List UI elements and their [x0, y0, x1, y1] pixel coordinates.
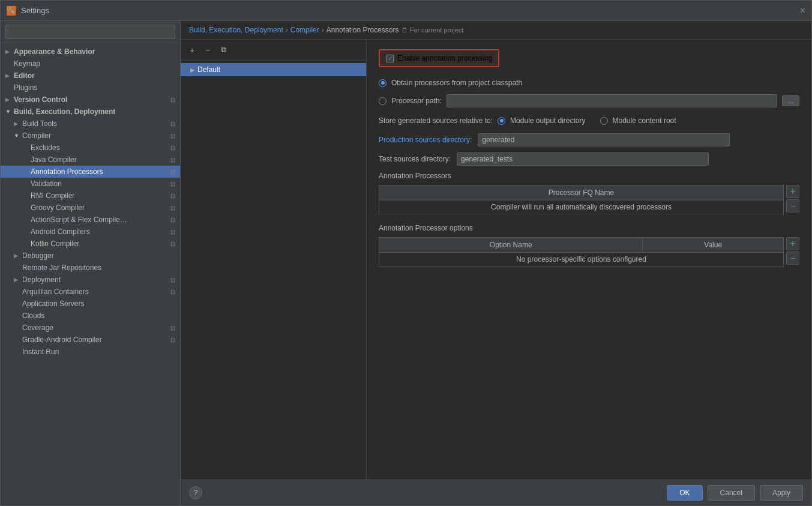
annotation-options-table: Option Name Value No processor-specific …: [379, 237, 784, 267]
sidebar-item-clouds[interactable]: Clouds: [1, 310, 180, 322]
sidebar-item-label: Application Servers: [22, 300, 175, 308]
ext-link-icon: ⊡: [170, 121, 175, 127]
sidebar-item-actionscript[interactable]: ActionScript & Flex Compile… ⊡: [1, 214, 180, 226]
sidebar-item-label: Build, Execution, Deployment: [14, 107, 175, 116]
sidebar-item-excludes[interactable]: Excludes ⊡: [1, 142, 180, 154]
ext-link-icon: ⊡: [170, 205, 175, 211]
obtain-processors-row[interactable]: Obtain processors from project classpath: [379, 77, 799, 89]
sidebar-item-label: Keymap: [14, 59, 175, 68]
remove-button[interactable]: −: [201, 43, 214, 56]
module-content-radio[interactable]: [600, 117, 608, 125]
sidebar-item-compiler[interactable]: ▼Compiler ⊡: [1, 130, 180, 142]
sidebar-item-rmi-compiler[interactable]: RMI Compiler ⊡: [1, 190, 180, 202]
app-icon: 🔧: [7, 6, 16, 16]
bottom-bar: ? OK Cancel Apply: [181, 480, 811, 505]
sidebar-item-debugger[interactable]: ▶Debugger: [1, 250, 180, 262]
sidebar-item-appearance[interactable]: ▶Appearance & Behavior: [1, 46, 180, 58]
obtain-processors-radio[interactable]: [379, 79, 386, 87]
options-add-button[interactable]: +: [786, 237, 799, 250]
annotation-processors-title: Annotation Processors: [379, 172, 799, 180]
sidebar-item-label: Instant Run: [22, 348, 175, 356]
production-sources-input[interactable]: [478, 133, 730, 146]
sidebar-item-label: Deployment: [22, 276, 169, 284]
sidebar-item-label: Groovy Compiler: [31, 203, 169, 212]
search-input[interactable]: [5, 25, 175, 39]
ext-link-icon: ⊡: [170, 289, 175, 295]
sidebar-item-build-execution[interactable]: ▼Build, Execution, Deployment: [1, 106, 180, 118]
enable-annotation-row: ✓ Enable annotation processing: [379, 49, 499, 67]
sidebar-item-arquillian[interactable]: Arquillian Containers ⊡: [1, 286, 180, 298]
breadcrumb-part1[interactable]: Build, Execution, Deployment: [189, 26, 283, 34]
production-sources-label: Production sources directory:: [379, 136, 472, 144]
sidebar-item-deployment[interactable]: ▶Deployment ⊡: [1, 274, 180, 286]
ok-button[interactable]: OK: [667, 485, 702, 501]
ext-link-icon: ⊡: [170, 217, 175, 223]
sidebar-item-gradle-android[interactable]: Gradle-Android Compiler ⊡: [1, 334, 180, 346]
sidebar-item-instant-run[interactable]: Instant Run: [1, 346, 180, 358]
left-tree-panel: + − ⧉ ▶Default: [181, 40, 367, 480]
arrow-icon: ▶: [14, 277, 22, 283]
enable-checkbox-wrap[interactable]: ✓ Enable annotation processing: [386, 54, 492, 62]
search-box: [1, 21, 180, 43]
sidebar-item-label: Clouds: [22, 312, 175, 320]
breadcrumb: Build, Execution, Deployment › Compiler …: [181, 21, 811, 40]
arrow-icon: ▶: [5, 97, 14, 103]
add-button[interactable]: +: [185, 43, 199, 56]
close-button[interactable]: ×: [800, 6, 805, 16]
ext-link-icon: ⊡: [170, 157, 175, 163]
annotation-add-button[interactable]: +: [786, 185, 799, 198]
processor-path-row-outer: Processor path: …: [379, 92, 799, 109]
sidebar-item-remote-jar[interactable]: Remote Jar Repositories: [1, 262, 180, 274]
help-button[interactable]: ?: [189, 486, 202, 499]
sidebar-item-editor[interactable]: ▶Editor: [1, 70, 180, 82]
processor-path-input[interactable]: [447, 94, 777, 107]
sidebar-item-version-control[interactable]: ▶Version Control ⊡: [1, 94, 180, 106]
sidebar-item-groovy-compiler[interactable]: Groovy Compiler ⊡: [1, 202, 180, 214]
options-remove-button[interactable]: −: [786, 251, 799, 265]
store-label: Store generated sources relative to:: [379, 116, 493, 125]
sidebar-item-annotation-processors[interactable]: Annotation Processors ⊡: [1, 166, 180, 178]
sidebar-item-android-compilers[interactable]: Android Compilers ⊡: [1, 226, 180, 238]
settings-panel: ✓ Enable annotation processing Obtain pr…: [367, 40, 811, 480]
arrow-icon: ▶: [5, 49, 14, 55]
copy-button[interactable]: ⧉: [217, 43, 230, 56]
sidebar-item-label: Compiler: [22, 131, 169, 140]
sidebar-item-keymap[interactable]: Keymap: [1, 58, 180, 70]
enable-annotation-checkbox[interactable]: ✓: [386, 55, 394, 62]
arrow-icon: ▼: [5, 109, 14, 115]
sidebar-item-coverage[interactable]: Coverage ⊡: [1, 322, 180, 334]
sidebar-item-label: Build Tools: [22, 119, 169, 128]
sidebar-item-label: Remote Jar Repositories: [22, 264, 175, 272]
options-empty-message: No processor-specific options configured: [379, 253, 784, 267]
ext-link-icon: ⊡: [170, 277, 175, 283]
sidebar-item-label: Debugger: [22, 251, 175, 260]
sidebar-item-label: Gradle-Android Compiler: [22, 336, 169, 344]
tree-toolbar: + − ⧉: [181, 40, 366, 61]
options-table-buttons: + −: [786, 237, 799, 265]
breadcrumb-part3: Annotation Processors: [326, 26, 399, 34]
breadcrumb-part2[interactable]: Compiler: [290, 26, 319, 34]
annotation-remove-button[interactable]: −: [786, 199, 799, 212]
sidebar-item-kotlin-compiler[interactable]: Kotlin Compiler ⊡: [1, 238, 180, 250]
arrow-icon: ▼: [14, 133, 22, 139]
processor-path-radio[interactable]: [379, 97, 386, 105]
sidebar-item-build-tools[interactable]: ▶Build Tools ⊡: [1, 118, 180, 130]
sidebar-item-app-servers[interactable]: Application Servers: [1, 298, 180, 310]
sidebar-item-validation[interactable]: Validation ⊡: [1, 178, 180, 190]
sidebar-item-java-compiler[interactable]: Java Compiler ⊡: [1, 154, 180, 166]
ext-link-icon: ⊡: [170, 181, 175, 187]
module-output-radio[interactable]: [498, 117, 505, 125]
sidebar-item-label: Version Control: [14, 95, 169, 104]
apply-button[interactable]: Apply: [760, 485, 803, 501]
value-header: Value: [643, 238, 784, 253]
sidebar-item-plugins[interactable]: Plugins: [1, 82, 180, 94]
browse-button[interactable]: …: [782, 95, 799, 106]
annotation-table-buttons: + −: [786, 185, 799, 212]
sidebar-item-label: Excludes: [31, 143, 169, 152]
title-bar: 🔧 Settings ×: [1, 1, 811, 21]
cancel-button[interactable]: Cancel: [708, 485, 755, 501]
obtain-processors-label: Obtain processors from project classpath: [391, 79, 522, 87]
profile-item[interactable]: ▶Default: [181, 63, 366, 76]
test-sources-input[interactable]: [457, 152, 709, 166]
ext-link-icon: ⊡: [170, 337, 175, 343]
